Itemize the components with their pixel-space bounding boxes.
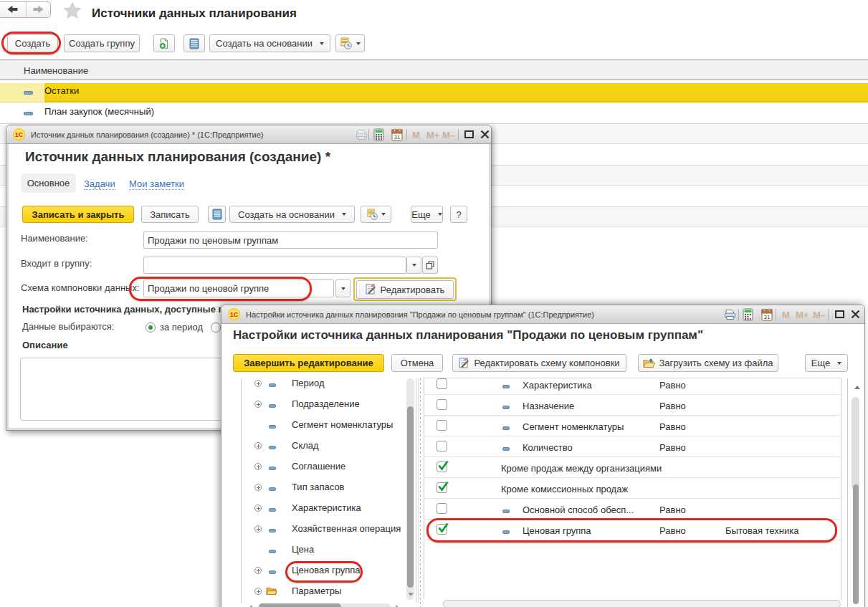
svg-text:31: 31: [394, 134, 401, 140]
svg-text:31: 31: [764, 314, 771, 320]
svg-text:1С: 1С: [15, 131, 24, 138]
svg-text:1С: 1С: [230, 311, 239, 318]
